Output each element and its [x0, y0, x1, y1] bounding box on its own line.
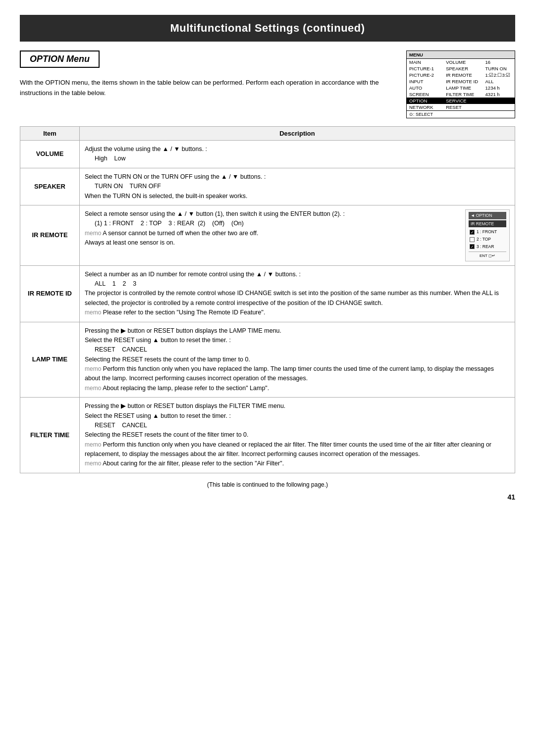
ir-top-label: 2 : TOP	[477, 236, 491, 243]
checkbox-front: ✓	[470, 230, 475, 235]
table-row: VOLUME Adjust the volume using the ▲ / ▼…	[20, 141, 515, 168]
page-number: 41	[20, 493, 515, 501]
ir-front-label: 1 : FRONT	[477, 229, 497, 235]
ir-popup-header: ◄ OPTION	[469, 212, 506, 219]
menu-row: AUTOLAMP TIME1234 h	[407, 85, 515, 91]
table-row: FILTER TIME Pressing the ▶ button or RES…	[20, 398, 515, 473]
item-ir-remote: IR REMOTE	[20, 205, 80, 265]
memo-filter-time-1: memo	[85, 441, 101, 448]
memo-ir-remote-id: memo	[85, 309, 101, 316]
ir-popup-footer: ENT ◻↵	[469, 252, 506, 259]
table-row: SPEAKER Select the TURN ON or the TURN O…	[20, 168, 515, 205]
menu-row-highlighted: OPTIONSERVICE	[407, 98, 515, 104]
menu-row: PICTURE-1SPEAKERTURN ON	[407, 65, 515, 72]
col-header-desc: Description	[80, 127, 515, 141]
ir-popup-title: IR REMOTE	[469, 220, 506, 228]
item-ir-remote-id: IR REMOTE ID	[20, 265, 80, 322]
desc-ir-remote: ◄ OPTION IR REMOTE ✓ 1 : FRONT 2 : TOP ✓…	[80, 205, 515, 265]
item-lamp-time: LAMP TIME	[20, 322, 80, 398]
ir-remote-popup: ◄ OPTION IR REMOTE ✓ 1 : FRONT 2 : TOP ✓…	[465, 209, 510, 261]
ir-rear-label: 3 : REAR	[477, 244, 494, 250]
memo-ir-remote-1: memo	[85, 230, 101, 237]
menu-row: PICTURE-2IR REMOTE1:☑2:☐3:☑	[407, 72, 515, 78]
menu-header: MENU	[407, 51, 515, 59]
desc-lamp-time: Pressing the ▶ button or RESET button di…	[80, 322, 515, 398]
checkbox-top	[470, 237, 475, 242]
item-filter-time: FILTER TIME	[20, 398, 80, 473]
menu-row: MAINVOLUME16	[407, 59, 515, 65]
memo-lamp-time-1: memo	[85, 365, 101, 372]
menu-row: NETWORKRESET	[407, 104, 515, 110]
page-title: Multifunctional Settings (continued)	[20, 15, 515, 42]
menu-footer: ⊙: SELECT	[407, 110, 515, 118]
memo-lamp-time-2: memo	[85, 385, 101, 392]
desc-filter-time: Pressing the ▶ button or RESET button di…	[80, 398, 515, 473]
option-menu-intro: With the OPTION menu, the items shown in…	[20, 78, 396, 99]
menu-display: MENU MAINVOLUME16 PICTURE-1SPEAKERTURN O…	[406, 50, 515, 118]
table-row: IR REMOTE ◄ OPTION IR REMOTE ✓ 1 : FRONT…	[20, 205, 515, 265]
item-speaker: SPEAKER	[20, 168, 80, 205]
option-menu-section: OPTION Menu With the OPTION menu, the it…	[20, 50, 515, 118]
item-volume: VOLUME	[20, 141, 80, 168]
desc-ir-remote-id: Select a number as an ID number for remo…	[80, 265, 515, 322]
memo-filter-time-2: memo	[85, 460, 101, 467]
ir-popup-row: ✓ 3 : REAR	[469, 243, 506, 251]
option-menu-title: OPTION Menu	[20, 50, 100, 68]
desc-speaker: Select the TURN ON or the TURN OFF using…	[80, 168, 515, 205]
menu-row: SCREENFILTER TIME4321 h	[407, 91, 515, 98]
main-settings-table: Item Description VOLUME Adjust the volum…	[20, 126, 515, 473]
table-row: IR REMOTE ID Select a number as an ID nu…	[20, 265, 515, 322]
table-row: LAMP TIME Pressing the ▶ button or RESET…	[20, 322, 515, 398]
col-header-item: Item	[20, 127, 80, 141]
ir-popup-row: ✓ 1 : FRONT	[469, 228, 506, 236]
footer-note: (This table is continued to the followin…	[20, 481, 515, 488]
checkbox-rear: ✓	[470, 244, 475, 249]
desc-volume: Adjust the volume using the ▲ / ▼ button…	[80, 141, 515, 168]
menu-row: INPUTIR REMOTE IDALL	[407, 78, 515, 85]
ir-popup-row: 2 : TOP	[469, 236, 506, 243]
